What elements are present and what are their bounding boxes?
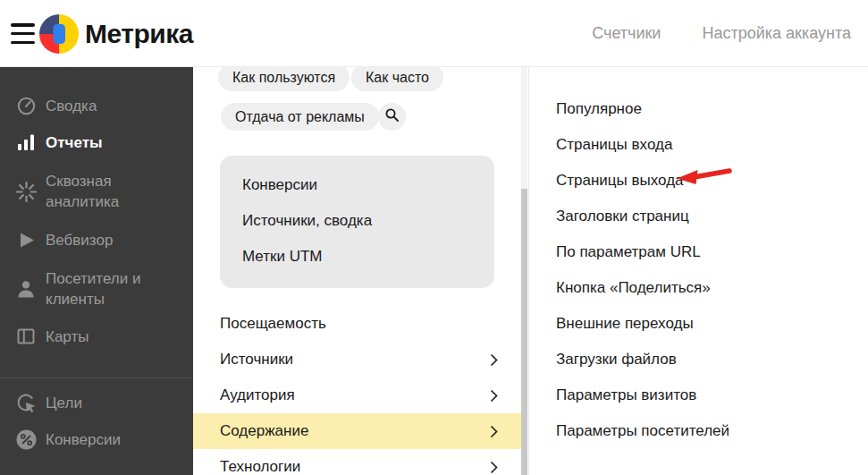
menu-item-traffic[interactable]: Посещаемость bbox=[193, 306, 521, 342]
sidebar-item-summary[interactable]: Сводка bbox=[14, 94, 186, 117]
goal-click-icon bbox=[14, 391, 38, 414]
content-submenu-panel: Популярное Страницы входа Страницы выход… bbox=[529, 67, 868, 475]
sidebar-item-label: Карты bbox=[46, 327, 88, 347]
play-icon bbox=[14, 228, 38, 251]
quick-reports-box: Конверсии Источники, сводка Метки UTM bbox=[220, 156, 494, 288]
sidebar-item-conversions[interactable]: Конверсии bbox=[14, 428, 186, 451]
gauge-icon bbox=[14, 94, 38, 117]
quick-report-sources-summary[interactable]: Источники, сводка bbox=[220, 203, 494, 239]
sidebar-item-label: Цели bbox=[46, 393, 82, 413]
sidebar-item-label: Сводка bbox=[46, 96, 97, 116]
submenu-item-external-links[interactable]: Внешние переходы bbox=[529, 306, 868, 342]
submenu-label: Страницы входа bbox=[556, 136, 672, 154]
search-icon bbox=[384, 107, 400, 126]
menu-item-label: Содержание bbox=[220, 422, 308, 440]
submenu-label: Внешние переходы bbox=[556, 315, 694, 333]
submenu-item-url-params[interactable]: По параметрам URL bbox=[529, 234, 868, 270]
quick-report-utm[interactable]: Метки UTM bbox=[220, 239, 494, 275]
sidebar-item-webvisor[interactable]: Вебвизор bbox=[14, 228, 186, 251]
chevron-right-icon bbox=[490, 461, 498, 475]
submenu-label: Параметры визитов bbox=[556, 386, 696, 404]
submenu-item-entry-pages[interactable]: Страницы входа bbox=[529, 127, 868, 163]
sidebar-item-cross-analytics[interactable]: Сквозная аналитика bbox=[14, 171, 148, 212]
submenu-item-visitor-params[interactable]: Параметры посетителей bbox=[529, 413, 868, 449]
menu-scrollbar bbox=[521, 67, 527, 475]
person-icon bbox=[14, 277, 38, 301]
submenu-item-file-downloads[interactable]: Загрузки файлов bbox=[529, 342, 868, 377]
submenu-label: Популярное bbox=[556, 100, 642, 118]
menu-item-sources[interactable]: Источники bbox=[193, 342, 521, 377]
quick-report-label: Метки UTM bbox=[242, 248, 323, 266]
hamburger-menu-icon[interactable] bbox=[11, 23, 35, 44]
sidebar-item-maps[interactable]: Карты bbox=[14, 325, 186, 348]
bar-chart-icon bbox=[14, 131, 38, 154]
red-arrow-annotation bbox=[672, 165, 735, 192]
sidebar-item-label: Отчеты bbox=[46, 132, 103, 153]
menu-item-label: Аудитория bbox=[220, 386, 295, 404]
scrollbar-thumb[interactable] bbox=[521, 189, 527, 475]
submenu-item-popular[interactable]: Популярное bbox=[529, 91, 868, 127]
sidebar-item-goals[interactable]: Цели bbox=[14, 391, 186, 414]
quick-report-label: Конверсии bbox=[242, 176, 317, 194]
filter-chip-usage[interactable]: Как пользуются bbox=[218, 64, 350, 91]
submenu-label: Загрузки файлов bbox=[556, 351, 677, 369]
reports-menu-panel: Как пользуются Как часто Отдача от рекла… bbox=[193, 67, 521, 475]
top-header: Метрика Счетчики Настройка аккаунта bbox=[0, 0, 868, 67]
submenu-label: Кнопка «Поделиться» bbox=[556, 279, 711, 297]
submenu-item-share-button[interactable]: Кнопка «Поделиться» bbox=[529, 270, 868, 306]
layout-icon bbox=[14, 325, 38, 348]
filter-chip-frequency[interactable]: Как часто bbox=[351, 64, 443, 91]
menu-item-label: Технологии bbox=[220, 458, 300, 475]
burst-icon bbox=[14, 180, 38, 203]
chip-label: Как пользуются bbox=[232, 70, 335, 86]
sidebar-item-reports[interactable]: Отчеты bbox=[14, 131, 186, 154]
sidebar-item-label: Конверсии bbox=[46, 429, 121, 450]
chevron-right-icon bbox=[490, 389, 498, 407]
app-title: Метрика bbox=[85, 19, 193, 49]
submenu-item-visit-params[interactable]: Параметры визитов bbox=[529, 377, 868, 413]
metrika-logo-icon[interactable] bbox=[39, 14, 79, 54]
sidebar-item-visitors-clients[interactable]: Посетители и клиенты bbox=[14, 268, 157, 310]
chip-label: Отдача от рекламы bbox=[235, 109, 365, 125]
chip-label: Как часто bbox=[366, 70, 429, 86]
nav-account-settings-link[interactable]: Настройка аккаунта bbox=[702, 24, 851, 43]
quick-report-conversions[interactable]: Конверсии bbox=[220, 167, 494, 203]
quick-report-label: Источники, сводка bbox=[242, 212, 372, 230]
sidebar-item-label: Посетители и клиенты bbox=[46, 268, 157, 310]
submenu-label: Заголовки страниц bbox=[556, 208, 689, 225]
chevron-right-icon bbox=[490, 425, 498, 443]
sidebar-item-label: Вебвизор bbox=[46, 230, 113, 250]
percent-icon bbox=[14, 428, 38, 451]
submenu-label: Параметры посетителей bbox=[556, 422, 729, 440]
left-sidebar: Сводка Отчеты Сквозная аналитика bbox=[0, 67, 193, 475]
submenu-item-page-titles[interactable]: Заголовки страниц bbox=[529, 199, 868, 234]
sidebar-item-label: Сквозная аналитика bbox=[46, 171, 148, 212]
search-button[interactable] bbox=[378, 103, 406, 131]
metrika-app: Как пользуются Как часто Отдача от рекла… bbox=[0, 0, 868, 475]
filter-chip-ads[interactable]: Отдача от рекламы bbox=[221, 103, 379, 131]
menu-item-audience[interactable]: Аудитория bbox=[193, 377, 521, 413]
menu-item-content[interactable]: Содержание bbox=[193, 413, 521, 449]
header-nav: Счетчики Настройка аккаунта bbox=[592, 0, 851, 67]
menu-item-technology[interactable]: Технологии bbox=[193, 449, 521, 475]
chevron-right-icon bbox=[490, 353, 498, 371]
nav-counters-link[interactable]: Счетчики bbox=[592, 24, 661, 43]
menu-item-label: Источники bbox=[220, 351, 293, 369]
submenu-label: Страницы выхода bbox=[556, 172, 684, 190]
submenu-label: По параметрам URL bbox=[556, 243, 701, 261]
sidebar-divider bbox=[0, 377, 193, 378]
menu-item-label: Посещаемость bbox=[220, 315, 326, 333]
